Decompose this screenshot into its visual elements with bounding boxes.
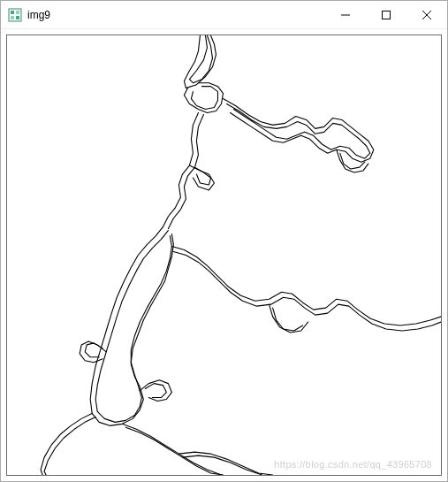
close-button[interactable] [406, 1, 447, 28]
maximize-icon [382, 11, 391, 19]
content-area: https://blog.csdn.net/qq_43965708 [6, 34, 442, 476]
svg-rect-9 [7, 35, 441, 475]
svg-rect-2 [16, 11, 19, 14]
window-controls [325, 1, 447, 28]
window-title: img9 [27, 9, 325, 21]
app-icon [8, 8, 22, 22]
svg-rect-6 [383, 11, 391, 19]
app-window: img9 [0, 0, 448, 482]
minimize-icon [341, 11, 350, 19]
svg-rect-3 [11, 16, 14, 19]
maximize-button[interactable] [366, 1, 406, 28]
svg-rect-4 [16, 16, 19, 19]
close-icon [422, 11, 431, 19]
image-canvas: https://blog.csdn.net/qq_43965708 [7, 35, 441, 475]
titlebar: img9 [1, 1, 447, 29]
minimize-button[interactable] [325, 1, 366, 28]
svg-rect-1 [11, 11, 14, 14]
